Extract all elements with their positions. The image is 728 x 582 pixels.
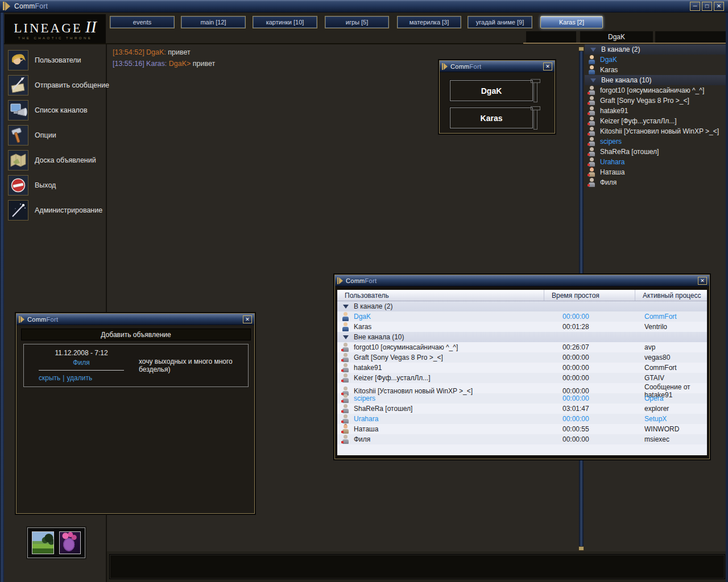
message-author: Karas:: [146, 60, 167, 68]
user-row[interactable]: ShaReRa [отошел]: [585, 147, 728, 157]
tab-karas-active[interactable]: Karas [2]: [540, 16, 603, 28]
table-row[interactable]: Urahara00:00:00SetupX: [337, 414, 707, 424]
column-header-idle[interactable]: Время простоя: [544, 290, 635, 301]
user-name: forgot10 [оясуминасайничаю ^_^]: [354, 343, 458, 351]
status-box: [526, 31, 576, 43]
close-icon[interactable]: ✕: [243, 315, 252, 323]
announcements-window-titlebar[interactable]: CommFort ✕: [16, 314, 254, 325]
slider-handle[interactable]: [531, 79, 540, 83]
users-icon: [8, 50, 28, 70]
volume-slider-karas[interactable]: [531, 106, 540, 130]
close-icon[interactable]: ✕: [698, 277, 707, 285]
sidebar-item-options[interactable]: Опции: [8, 125, 109, 146]
tab-games[interactable]: игры [5]: [325, 16, 389, 28]
user-row[interactable]: forgot10 [оясуминасайничаю ^_^]: [585, 85, 728, 95]
current-user-box[interactable]: DgaK: [580, 31, 653, 43]
user-row[interactable]: Филя: [585, 177, 728, 188]
app-arrow-icon: [3, 2, 10, 11]
table-row[interactable]: scipers00:00:00Opera: [337, 393, 707, 404]
active-process: Opera: [635, 394, 707, 402]
user-row[interactable]: scipers: [585, 136, 728, 147]
process-window: CommFort ✕ Пользователь Время простоя Ак…: [334, 275, 710, 459]
sidebar-item-channel-list[interactable]: Список каналов: [8, 100, 109, 120]
landscape-thumbnail[interactable]: [32, 531, 54, 554]
table-group-row[interactable]: В канале (2): [337, 301, 707, 311]
creature-thumbnail[interactable]: [59, 531, 81, 554]
column-header-user[interactable]: Пользователь: [337, 290, 544, 301]
close-icon[interactable]: ✕: [543, 63, 552, 70]
user-avatar-icon: [341, 394, 349, 403]
user-name: Graft [Sony Vegas 8 Pro >_<]: [600, 97, 689, 105]
volume-window-titlebar[interactable]: CommFort ✕: [440, 61, 555, 72]
user-name: scipers: [600, 138, 622, 146]
announcement-author-link[interactable]: Филя: [39, 359, 124, 367]
table-row[interactable]: Наташа00:00:55WINWORD: [337, 424, 707, 434]
table-row[interactable]: Karas00:01:28Ventrilo: [337, 322, 707, 332]
slider-track: [533, 83, 537, 102]
user-row[interactable]: Karas: [585, 65, 728, 75]
table-group-row[interactable]: Вне канала (10): [337, 332, 707, 342]
active-process: CommFort: [635, 313, 707, 321]
delete-link[interactable]: удалить: [67, 374, 92, 382]
close-button[interactable]: ✕: [714, 2, 724, 11]
message-input[interactable]: [109, 554, 725, 579]
user-row[interactable]: Kitoshii [Установил новый WinXP >_<]: [585, 126, 728, 136]
volume-slider-dgak[interactable]: [531, 79, 540, 102]
user-name: Keizer [Фуф...усталЛл...]: [600, 117, 677, 125]
volume-user-button-karas[interactable]: Karas: [450, 107, 533, 128]
maximize-button[interactable]: □: [702, 2, 712, 11]
table-row[interactable]: Филя00:00:00msiexec: [337, 434, 707, 444]
sidebar-item-send-message[interactable]: Отправить сообщение: [8, 75, 109, 95]
offline-mark-icon: [588, 102, 590, 105]
user-row[interactable]: Urahara: [585, 157, 728, 167]
logo-numeral: II: [85, 18, 97, 35]
collapse-triangle-icon: [590, 78, 596, 82]
process-window-titlebar[interactable]: CommFort ✕: [335, 275, 709, 286]
sidebar-item-users[interactable]: Пользователи: [8, 50, 109, 70]
table-row[interactable]: hatake9100:00:00CommFort: [337, 363, 707, 373]
user-group-row[interactable]: В канале (2): [585, 44, 728, 55]
panel-top-border: [523, 43, 728, 44]
sidebar-item-administration[interactable]: Администрирование: [8, 200, 109, 221]
user-avatar-icon: [341, 353, 349, 362]
sidebar-item-exit[interactable]: Выход: [8, 175, 109, 196]
user-name: Karas: [354, 323, 371, 331]
add-announcement-button[interactable]: Добавить объявление: [21, 329, 251, 340]
user-avatar-icon: [588, 147, 595, 156]
status-box-right: [655, 31, 728, 43]
active-process: WINWORD: [635, 425, 707, 433]
tab-pictures[interactable]: картинки [10]: [253, 16, 317, 28]
tab-events[interactable]: events: [110, 16, 175, 28]
volume-user-button-dgak[interactable]: DgaK: [450, 80, 533, 101]
announcement-date: 11.12.2008 - 7:12: [39, 349, 124, 357]
user-row[interactable]: hatake91: [585, 106, 728, 116]
table-row[interactable]: forgot10 [оясуминасайничаю ^_^]00:26:07a…: [337, 342, 707, 352]
sidebar-label: Пользователи: [35, 56, 81, 64]
user-name: Urahara: [354, 415, 378, 423]
table-row[interactable]: Kitoshii [Установил новый WinXP >_<]00:0…: [337, 383, 707, 393]
sidebar-item-bulletin-board[interactable]: Доска объявлений: [8, 150, 109, 171]
slider-handle[interactable]: [531, 106, 540, 110]
user-row[interactable]: Keizer [Фуф...усталЛл...]: [585, 116, 728, 126]
window-title: CommFort: [346, 277, 377, 284]
user-row[interactable]: Наташа: [585, 167, 728, 177]
hide-link[interactable]: скрыть: [39, 374, 60, 382]
user-name: forgot10 [оясуминасайничаю ^_^]: [600, 86, 704, 94]
table-row[interactable]: Graft [Sony Vegas 8 Pro >_<]00:00:00vega…: [337, 352, 707, 363]
options-icon: [8, 125, 28, 146]
user-row[interactable]: DgaK: [585, 55, 728, 65]
user-name: hatake91: [600, 107, 628, 115]
user-row[interactable]: Graft [Sony Vegas 8 Pro >_<]: [585, 95, 728, 106]
table-row[interactable]: Keizer [Фуф...усталЛл...]00:00:00GTAIV: [337, 373, 707, 383]
tab-materilka[interactable]: материлка [3]: [397, 16, 461, 28]
user-group-row[interactable]: Вне канала (10): [585, 75, 728, 85]
offline-mark-icon: [341, 349, 344, 351]
tab-guess-anime[interactable]: угадай аниме [9]: [468, 16, 532, 28]
column-header-process[interactable]: Активный процесс: [635, 290, 707, 301]
tab-main[interactable]: main [12]: [181, 16, 246, 28]
table-row[interactable]: ShaReRa [отошел]03:01:47explorer: [337, 404, 707, 414]
active-process: msiexec: [635, 435, 707, 443]
offline-mark-icon: [588, 143, 590, 146]
minimize-button[interactable]: ─: [690, 2, 700, 11]
table-row[interactable]: DgaK00:00:00CommFort: [337, 311, 707, 322]
